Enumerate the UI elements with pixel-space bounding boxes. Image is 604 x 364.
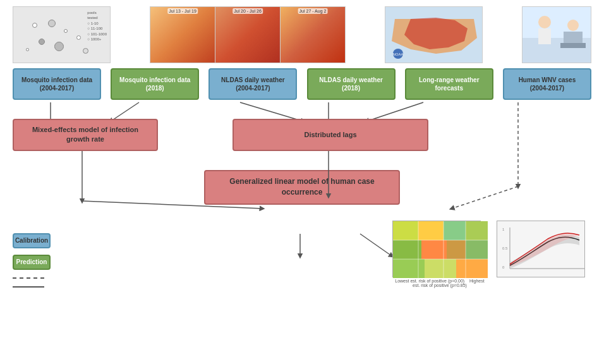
svg-rect-20 (564, 32, 583, 44)
data-box-human-wnv: Human WNV cases (2004-2017) (503, 68, 591, 100)
heat-label-2: Jul 20 - Jul 26 (233, 8, 263, 14)
svg-text:0.5: 0.5 (502, 246, 508, 250)
svg-rect-26 (466, 221, 488, 240)
us-weather-map-image: NOAA (385, 6, 483, 63)
heat-label-3: Jul 27 - Aug 2 (298, 8, 328, 14)
svg-rect-29 (447, 240, 466, 259)
main-diagram: poolstested○ 1-10○ 11-100○ 101-1000○ 100… (0, 0, 604, 364)
heat-label-1: Jul 13 - Jul 19 (167, 8, 198, 14)
svg-rect-28 (421, 240, 447, 259)
svg-rect-21 (560, 43, 586, 48)
mosquito-map-image: poolstested○ 1-10○ 11-100○ 101-1000○ 100… (13, 6, 111, 63)
data-box-nldas-2018: NLDAS daily weather (2018) (307, 68, 396, 100)
calibration-box: Calibration (13, 233, 51, 248)
data-box-mosquito-2018: Mosquito infection data (2018) (111, 68, 199, 100)
svg-rect-32 (425, 259, 456, 278)
mixed-effects-box: Mixed-effects model of infection growth … (13, 119, 158, 151)
svg-point-17 (538, 16, 551, 28)
distributed-lags-box: Distributed lags (233, 119, 428, 151)
glm-row: Generalized linear model of human case o… (6, 170, 598, 205)
svg-rect-25 (444, 221, 466, 240)
top-images-row: poolstested○ 1-10○ 11-100○ 101-1000○ 100… (6, 6, 598, 63)
legend-line-dashed-item (13, 276, 51, 279)
dashed-line-legend (13, 277, 44, 279)
heat-panel-1: Jul 13 - Jul 19 (150, 7, 215, 63)
glm-box: Generalized linear model of human case o… (204, 170, 400, 205)
svg-text:NOAA: NOAA (392, 52, 403, 56)
output-map-caption: Lowest est. risk of positive (p=0.00) Hi… (392, 279, 487, 288)
legend-prediction: Prediction (13, 255, 51, 270)
output-images-row: Lowest est. risk of positive (p=0.00) Hi… (392, 221, 591, 288)
svg-rect-31 (393, 259, 425, 278)
svg-point-19 (567, 20, 579, 31)
prediction-box: Prediction (13, 255, 51, 270)
svg-rect-30 (466, 240, 488, 259)
bottom-row: Calibration Prediction (6, 221, 598, 288)
data-box-mosquito-historical: Mosquito infection data (2004-2017) (13, 68, 101, 100)
svg-rect-18 (538, 28, 551, 44)
heat-panel-3: Jul 27 - Aug 2 (281, 7, 345, 63)
legend-line-solid-item (13, 285, 51, 288)
data-box-longrange-weather: Long-range weather forecasts (405, 68, 493, 100)
svg-rect-23 (393, 221, 418, 240)
output-chart: 0 0.5 1 (497, 221, 591, 288)
heat-panel-2: Jul 20 - Jul 26 (215, 7, 281, 63)
svg-rect-33 (456, 259, 488, 278)
svg-rect-27 (393, 240, 421, 259)
data-boxes-row: Mosquito infection data (2004-2017) Mosq… (6, 68, 598, 100)
legend-area: Calibration Prediction (13, 233, 51, 288)
svg-rect-24 (418, 221, 444, 240)
county-risk-map (392, 221, 481, 277)
output-county-map: Lowest est. risk of positive (p=0.00) Hi… (392, 221, 487, 288)
time-series-chart: 0 0.5 1 (497, 221, 585, 277)
data-box-nldas-historical: NLDAS daily weather (2004-2017) (208, 68, 297, 100)
legend-calibration: Calibration (13, 233, 51, 248)
heat-maps-image: Jul 13 - Jul 19 Jul 20 - Jul 26 Jul 27 -… (150, 6, 346, 63)
process-row-1: Mixed-effects model of infection growth … (6, 119, 598, 151)
solid-line-legend (13, 286, 44, 288)
doctor-image (522, 6, 591, 63)
